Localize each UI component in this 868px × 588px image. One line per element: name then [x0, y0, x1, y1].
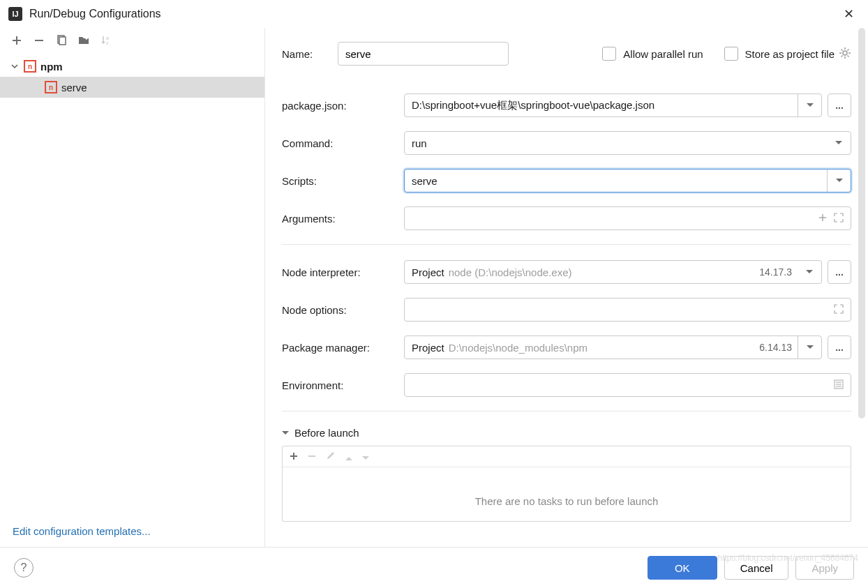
tree-group-label: npm — [40, 61, 63, 73]
environment-input[interactable] — [404, 373, 851, 397]
scripts-combo[interactable]: serve — [404, 169, 851, 193]
add-icon[interactable] — [290, 451, 298, 462]
command-value: run — [412, 137, 827, 149]
command-row: Command: run — [282, 131, 851, 155]
scrollbar[interactable] — [857, 28, 867, 547]
tree-group-npm[interactable]: n npm — [0, 56, 264, 77]
before-launch-header[interactable]: Before launch — [282, 427, 851, 439]
content: az n npm n serve Edit configuration temp… — [0, 28, 868, 547]
svg-text:z: z — [106, 40, 109, 45]
command-label: Command: — [282, 137, 404, 149]
remove-icon[interactable] — [308, 451, 316, 462]
help-icon[interactable]: ? — [14, 558, 33, 578]
dropdown-icon[interactable] — [827, 169, 851, 192]
right-panel: Name: Allow parallel run Store as projec… — [265, 28, 868, 547]
before-launch-empty: There are no tasks to run before launch — [283, 467, 851, 521]
npm-icon: n — [24, 60, 36, 73]
sort-icon[interactable]: az — [99, 33, 113, 47]
node-options-input[interactable] — [404, 298, 851, 322]
package-manager-row: Package manager: ProjectD:\nodejs\node_m… — [282, 336, 851, 359]
node-options-row: Node options: — [282, 298, 851, 322]
package-manager-combo[interactable]: ProjectD:\nodejs\node_modules\npm 6.14.1… — [404, 336, 822, 359]
copy-icon[interactable] — [54, 33, 68, 47]
expand-icon[interactable] — [834, 213, 844, 225]
main-area: az n npm n serve Edit configuration temp… — [0, 28, 868, 588]
scripts-row: Scripts: serve — [282, 169, 851, 193]
scripts-label: Scripts: — [282, 175, 404, 187]
svg-text:a: a — [106, 36, 109, 40]
node-interpreter-combo[interactable]: Projectnode (D:\nodejs\node.exe) 14.17.3 — [404, 260, 822, 284]
expand-icon[interactable] — [834, 304, 844, 316]
store-project-checkbox[interactable]: Store as project file — [724, 47, 835, 61]
chevron-down-icon — [282, 431, 289, 435]
store-project-label: Store as project file — [745, 48, 835, 60]
add-icon[interactable] — [10, 33, 24, 47]
name-input[interactable] — [338, 42, 509, 66]
package-json-value: D:\springboot+vue框架\springboot-vue\packa… — [412, 99, 798, 112]
before-launch-toolbar — [283, 446, 851, 467]
environment-row: Environment: — [282, 373, 851, 397]
package-json-row: package.json: D:\springboot+vue框架\spring… — [282, 93, 851, 117]
browse-button[interactable]: ... — [828, 93, 851, 117]
node-options-label: Node options: — [282, 304, 404, 316]
edit-icon[interactable] — [326, 451, 336, 462]
npm-version: 6.14.13 — [759, 342, 792, 353]
ok-button[interactable]: OK — [648, 556, 717, 580]
arguments-row: Arguments: — [282, 206, 851, 230]
before-launch-title: Before launch — [294, 427, 359, 439]
dropdown-icon[interactable] — [827, 132, 851, 154]
left-panel: az n npm n serve Edit configuration temp… — [0, 28, 265, 547]
edit-templates-link[interactable]: Edit configuration templates... — [0, 515, 264, 547]
package-json-label: package.json: — [282, 100, 404, 112]
checkbox-icon — [724, 47, 738, 61]
name-label: Name: — [282, 48, 338, 60]
node-interpreter-label: Node interpreter: — [282, 266, 404, 278]
window-title: Run/Debug Configurations — [29, 8, 838, 20]
separator — [282, 411, 851, 412]
apply-button[interactable]: Apply — [795, 556, 854, 580]
browse-button[interactable]: ... — [828, 260, 851, 284]
node-interpreter-row: Node interpreter: Projectnode (D:\nodejs… — [282, 260, 851, 284]
config-toolbar: az — [0, 28, 264, 53]
remove-icon[interactable] — [32, 33, 46, 47]
separator — [282, 244, 851, 245]
svg-rect-1 — [59, 37, 66, 45]
list-icon[interactable] — [834, 379, 844, 391]
gear-icon[interactable] — [839, 47, 851, 61]
arguments-label: Arguments: — [282, 213, 404, 225]
down-icon[interactable] — [362, 451, 369, 462]
scripts-value: serve — [412, 175, 827, 187]
cancel-button[interactable]: Cancel — [724, 556, 789, 580]
allow-parallel-label: Allow parallel run — [623, 48, 703, 60]
package-manager-label: Package manager: — [282, 342, 404, 354]
titlebar: IJ Run/Debug Configurations ✕ — [0, 0, 868, 28]
allow-parallel-checkbox[interactable]: Allow parallel run — [602, 47, 703, 61]
dropdown-icon[interactable] — [798, 94, 821, 116]
package-json-combo[interactable]: D:\springboot+vue框架\springboot-vue\packa… — [404, 93, 822, 117]
add-arg-icon[interactable] — [818, 213, 827, 225]
npm-icon: n — [45, 81, 57, 93]
node-version: 14.17.3 — [759, 266, 792, 278]
checkbox-icon — [602, 47, 616, 61]
environment-label: Environment: — [282, 379, 404, 391]
before-launch-panel: There are no tasks to run before launch — [282, 446, 851, 522]
close-icon[interactable]: ✕ — [838, 3, 860, 24]
node-interpreter-value: Projectnode (D:\nodejs\node.exe) — [412, 266, 759, 278]
arguments-input[interactable] — [404, 206, 851, 230]
command-combo[interactable]: run — [404, 131, 851, 155]
chevron-down-icon[interactable] — [10, 63, 20, 70]
up-icon[interactable] — [345, 451, 352, 462]
folder-icon[interactable] — [77, 33, 91, 47]
tree-item-serve[interactable]: n serve — [0, 77, 264, 98]
dropdown-icon[interactable] — [798, 336, 821, 359]
browse-button[interactable]: ... — [828, 336, 851, 359]
dropdown-icon[interactable] — [798, 261, 821, 283]
app-icon: IJ — [8, 7, 22, 21]
name-row: Name: Allow parallel run Store as projec… — [282, 42, 851, 66]
footer: ? OK Cancel Apply https://blog.csdn.net/… — [0, 547, 868, 588]
package-manager-value: ProjectD:\nodejs\node_modules\npm — [412, 342, 759, 354]
config-tree: n npm n serve — [0, 53, 264, 515]
tree-item-label: serve — [61, 82, 87, 93]
svg-point-4 — [843, 51, 847, 55]
